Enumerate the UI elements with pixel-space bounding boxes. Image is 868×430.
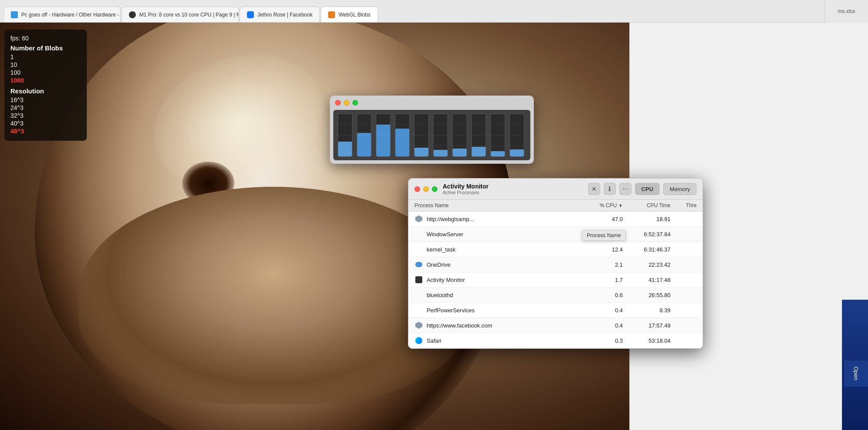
- process-cpu-safari: 0.3: [584, 337, 623, 344]
- browser-chrome: Pc goes off - Hardware / Other Hardware …: [0, 0, 868, 23]
- process-row-windowserver[interactable]: WindowServer 25.6 6:52:37.84: [408, 227, 703, 242]
- am-close-button[interactable]: [414, 186, 420, 192]
- am-maximize-button[interactable]: [432, 186, 437, 192]
- process-icon-safari: [414, 336, 423, 345]
- facebook-icon: [247, 11, 254, 18]
- cpu-bar-7: [470, 113, 487, 157]
- open-button-label: Open: [853, 367, 859, 380]
- tab-hardware[interactable]: Pc goes off - Hardware / Other Hardware …: [3, 7, 121, 22]
- am-title-main: Activity Monitor: [443, 183, 588, 190]
- process-cpu-onedrive: 2.1: [584, 261, 623, 268]
- blobs-title: Number of Blobs: [10, 44, 81, 52]
- process-cpu-perf: 0.4: [584, 307, 623, 314]
- xlsx-tab-label: ms.xlsx: [838, 8, 855, 14]
- tab-facebook[interactable]: Jethro Rose | Facebook: [240, 7, 320, 22]
- res-option-16[interactable]: 16^3: [10, 96, 81, 103]
- process-name-am: Activity Monitor: [427, 277, 584, 283]
- process-cpu-am: 1.7: [584, 277, 623, 283]
- process-cpu-bluetooth: 0.6: [584, 292, 623, 298]
- res-option-24[interactable]: 24^3: [10, 104, 81, 111]
- process-row-perf[interactable]: PerfPowerServices 0.4 8.39: [408, 303, 703, 318]
- cpu-window-minimize[interactable]: [344, 100, 349, 106]
- process-cputime-onedrive: 22:23.42: [623, 261, 671, 268]
- am-tab-cpu[interactable]: CPU: [635, 183, 660, 195]
- process-row-safari[interactable]: Safari 0.3 53:18.04: [408, 333, 703, 348]
- am-minimize-button[interactable]: [423, 186, 429, 192]
- process-cpu-kernel: 12.4: [584, 246, 623, 253]
- res-option-48[interactable]: 48^3: [10, 128, 81, 135]
- res-option-32[interactable]: 32^3: [10, 112, 81, 119]
- am-titlebar: Activity Monitor Active Processes ✕ ℹ ⋯ …: [408, 179, 703, 200]
- shield-icon: [415, 215, 422, 222]
- process-row-onedrive[interactable]: OneDrive 2.1 22:23.42: [408, 257, 703, 272]
- process-cputime-windowserver: 6:52:37.84: [623, 231, 671, 238]
- am-traffic-lights: [414, 186, 437, 192]
- cpu-bars-container: [333, 110, 530, 160]
- am-icon: [415, 276, 422, 283]
- am-title-text: Activity Monitor Active Processes: [443, 183, 588, 195]
- process-cputime-bluetooth: 26:55.80: [623, 292, 671, 298]
- cloud-icon: [415, 262, 422, 267]
- tab-webgl[interactable]: WebGL Blobs: [321, 7, 378, 22]
- process-name-facebook: https://www.facebook.com: [427, 322, 584, 329]
- col-header-cpu[interactable]: % CPU ▼: [584, 202, 623, 208]
- safari-icon: [415, 337, 422, 344]
- col-header-process[interactable]: Process Name: [414, 202, 584, 208]
- am-process-list: http://webglsamp... 47.0 18.91 WindowSer…: [408, 212, 703, 348]
- cpu-bar-3: [394, 113, 411, 157]
- cpu-bar-5: [432, 113, 449, 157]
- process-icon-am: [414, 275, 423, 284]
- cpu-window-maximize[interactable]: [352, 100, 358, 106]
- process-icon-perf: [414, 306, 423, 314]
- process-row-webgl[interactable]: http://webglsamp... 47.0 18.91: [408, 212, 703, 227]
- am-info-icon-btn[interactable]: ℹ: [604, 183, 616, 195]
- process-cputime-kernel: 6:31:46.37: [623, 246, 671, 253]
- tab-facebook-label: Jethro Rose | Facebook: [257, 12, 312, 18]
- am-column-headers: Process Name % CPU ▼ CPU Time Thre Proce…: [408, 200, 703, 212]
- blob-option-10[interactable]: 10: [10, 61, 81, 68]
- linkedin-icon: [11, 11, 18, 18]
- am-close-icon-btn[interactable]: ✕: [588, 183, 600, 195]
- am-toolbar: ✕ ℹ ⋯ CPU Memory: [588, 183, 697, 195]
- process-icon-facebook: [414, 321, 423, 330]
- cpu-bar-8: [490, 113, 506, 157]
- am-more-icon-btn[interactable]: ⋯: [619, 183, 631, 195]
- fps-display: fps: 60: [10, 35, 81, 42]
- process-name-webgl: http://webglsamp...: [427, 216, 584, 222]
- tab-m1pro-label: M1 Pro: 8 core vs 10 core CPU | Page 9 |…: [139, 12, 239, 18]
- process-icon-onedrive: [414, 260, 423, 269]
- process-cputime-facebook: 17:57.49: [623, 322, 671, 329]
- cpu-bar-0: [337, 113, 353, 157]
- process-name-bluetooth: bluetoothd: [427, 292, 584, 298]
- process-icon-kernel: [414, 245, 423, 254]
- shield-icon-2: [415, 322, 422, 329]
- process-cputime-perf: 8.39: [623, 307, 671, 314]
- process-cputime-safari: 53:18.04: [623, 337, 671, 344]
- blob-option-100[interactable]: 100: [10, 69, 81, 76]
- cpu-bar-6: [451, 113, 468, 157]
- am-title-sub: Active Processes: [443, 190, 588, 195]
- cpu-usage-window: [330, 96, 534, 164]
- process-cpu-webgl: 47.0: [584, 216, 623, 222]
- col-header-cpu-time[interactable]: CPU Time: [623, 202, 671, 208]
- process-row-facebook[interactable]: https://www.facebook.com 0.4 17:57.49: [408, 318, 703, 333]
- tab-hardware-label: Pc goes off - Hardware / Other Hardware …: [21, 12, 121, 18]
- blob-option-1000[interactable]: 1000: [10, 77, 81, 84]
- tab-webgl-label: WebGL Blobs: [339, 12, 370, 18]
- tab-m1pro[interactable]: M1 Pro: 8 core vs 10 core CPU | Page 9 |…: [122, 7, 239, 22]
- cpu-window-close[interactable]: [335, 100, 341, 106]
- open-button[interactable]: Open: [844, 361, 868, 387]
- blob-option-1[interactable]: 1: [10, 53, 81, 60]
- process-row-activitymonitor[interactable]: Activity Monitor 1.7 41:17.48: [408, 272, 703, 288]
- col-header-threads[interactable]: Thre: [671, 202, 697, 208]
- activity-monitor-window: Activity Monitor Active Processes ✕ ℹ ⋯ …: [408, 178, 703, 349]
- process-row-bluetooth[interactable]: bluetoothd 0.6 26:55.80: [408, 288, 703, 303]
- process-cpu-facebook: 0.4: [584, 322, 623, 329]
- process-row-kernel[interactable]: kernel_task 12.4 6:31:46.37: [408, 242, 703, 257]
- process-name-windowserver: WindowServer: [427, 231, 584, 238]
- process-icon-webgl: [414, 215, 423, 223]
- process-cputime-am: 41:17.48: [623, 277, 671, 283]
- github-icon: [129, 11, 136, 18]
- res-option-40[interactable]: 40^3: [10, 120, 81, 127]
- am-tab-memory[interactable]: Memory: [663, 183, 697, 195]
